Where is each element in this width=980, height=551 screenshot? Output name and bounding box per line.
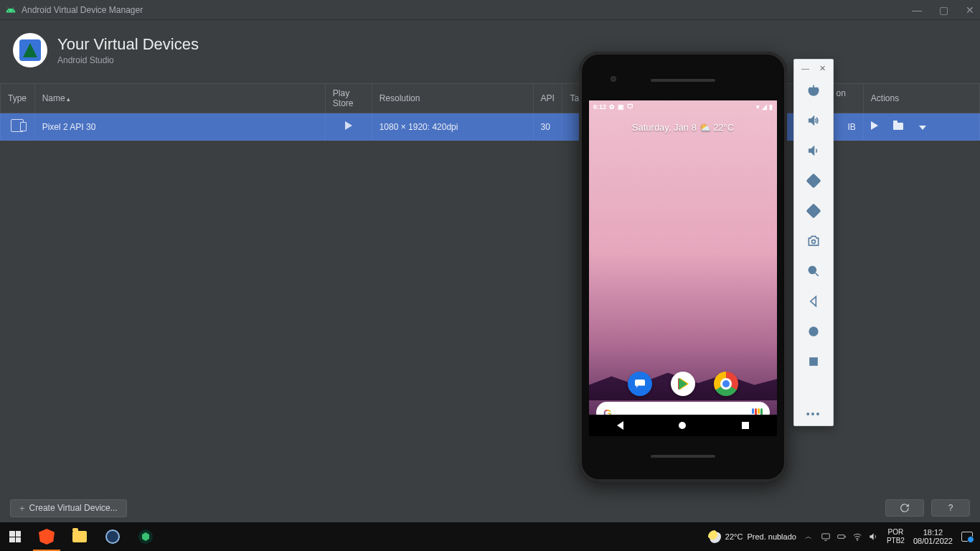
close-button[interactable]: ✕ xyxy=(966,4,974,16)
settings-status-icon: ✿ xyxy=(609,103,615,110)
android-icon xyxy=(6,5,16,15)
create-virtual-device-button[interactable]: + Create Virtual Device... xyxy=(10,499,127,517)
tray-volume-icon[interactable] xyxy=(868,532,878,542)
clock-date: 08/01/2022 xyxy=(913,537,953,545)
android-status-bar[interactable]: 6:12 ✿ ▣ ⛉ ▾ ◢ ▮ xyxy=(589,100,777,113)
zoom-button[interactable] xyxy=(806,264,821,278)
device-icon xyxy=(11,119,24,132)
overview-button[interactable] xyxy=(806,354,821,369)
maximize-button[interactable]: ▢ xyxy=(939,4,948,16)
clock-time: 18:12 xyxy=(923,528,943,537)
open-folder-button[interactable] xyxy=(893,123,903,130)
start-button[interactable] xyxy=(0,522,30,551)
rotate-left-button[interactable] xyxy=(806,174,821,188)
android-studio-logo xyxy=(13,33,47,67)
taskbar-weather[interactable]: 22°C Pred. nublado xyxy=(708,530,796,543)
plus-icon: + xyxy=(19,503,25,514)
shield-status-icon: ⛉ xyxy=(627,103,633,110)
toolbar-minimize-button[interactable]: ― xyxy=(801,64,809,73)
svg-point-2 xyxy=(812,240,816,243)
tray-system-icons[interactable] xyxy=(821,532,878,542)
col-actions[interactable]: Actions xyxy=(863,84,979,113)
screenshot-button[interactable] xyxy=(806,234,821,248)
emulator-device[interactable]: 6:12 ✿ ▣ ⛉ ▾ ◢ ▮ Saturday, Jan 8 ⛅ 22°C … xyxy=(579,52,787,482)
create-virtual-device-label: Create Virtual Device... xyxy=(29,503,118,513)
lang-line2: PTB2 xyxy=(887,537,905,545)
taskbar-brave-icon[interactable] xyxy=(30,522,63,551)
android-nav-bar xyxy=(589,415,777,436)
svg-rect-7 xyxy=(838,535,844,539)
footer-bar: + Create Virtual Device... ? xyxy=(0,494,980,522)
taskbar-file-explorer-icon[interactable] xyxy=(63,522,96,551)
window-title: Android Virtual Device Manager xyxy=(22,5,143,15)
nav-back-button[interactable] xyxy=(617,421,623,430)
tray-monitor-icon[interactable] xyxy=(821,532,831,542)
rotate-right-button[interactable] xyxy=(806,204,821,218)
chrome-app-icon[interactable] xyxy=(714,372,738,396)
device-name: Pixel 2 API 30 xyxy=(34,113,325,141)
svg-point-4 xyxy=(809,327,818,336)
minimize-button[interactable]: ― xyxy=(912,4,922,16)
home-button[interactable] xyxy=(806,324,821,339)
weather-temp: 22°C xyxy=(725,532,743,541)
device-actions xyxy=(863,113,979,141)
play-store-icon xyxy=(345,121,352,130)
page-title: Your Virtual Devices xyxy=(57,35,199,54)
emulator-screen[interactable]: 6:12 ✿ ▣ ⛉ ▾ ◢ ▮ Saturday, Jan 8 ⛅ 22°C … xyxy=(589,100,777,436)
nav-recent-button[interactable] xyxy=(742,422,749,429)
power-button[interactable] xyxy=(806,83,821,98)
svg-point-8 xyxy=(857,540,857,540)
earpiece xyxy=(651,79,715,82)
status-time: 6:12 xyxy=(593,103,606,110)
nav-home-button[interactable] xyxy=(679,422,686,429)
extended-controls-button[interactable]: ••• xyxy=(806,408,821,420)
refresh-icon xyxy=(900,503,910,513)
windows-taskbar[interactable]: 22°C Pred. nublado ︿ POR PTB2 18:12 08/0… xyxy=(0,522,980,551)
tray-battery-icon[interactable] xyxy=(837,532,847,542)
more-actions-button[interactable] xyxy=(919,126,926,130)
svg-rect-5 xyxy=(810,358,817,365)
help-label: ? xyxy=(948,503,953,513)
play-store-app-icon[interactable] xyxy=(671,372,695,396)
tray-chevron-up-icon[interactable]: ︿ xyxy=(805,532,812,542)
battery-icon: ▮ xyxy=(769,103,773,110)
help-button[interactable]: ? xyxy=(931,499,970,517)
col-resolution[interactable]: Resolution xyxy=(372,84,533,113)
col-play-store[interactable]: Play Store xyxy=(325,84,372,113)
col-name[interactable]: Name xyxy=(34,84,325,113)
lang-line1: POR xyxy=(888,528,904,537)
chin-speaker xyxy=(651,455,715,458)
refresh-button[interactable] xyxy=(885,499,924,517)
messages-app-icon[interactable] xyxy=(628,372,652,396)
device-api: 30 xyxy=(533,113,562,141)
language-indicator[interactable]: POR PTB2 xyxy=(887,528,905,545)
wifi-icon: ▾ xyxy=(756,103,760,110)
taskbar-node-icon[interactable] xyxy=(129,522,162,551)
svg-rect-1 xyxy=(807,204,821,218)
volume-up-button[interactable] xyxy=(806,113,821,128)
taskbar-android-studio-icon[interactable] xyxy=(96,522,129,551)
square-status-icon: ▣ xyxy=(618,103,624,110)
front-camera xyxy=(611,76,616,82)
emulator-toolbar[interactable]: ― ✕ ••• xyxy=(793,59,834,426)
system-tray: 22°C Pred. nublado ︿ POR PTB2 18:12 08/0… xyxy=(708,528,980,545)
taskbar-clock[interactable]: 18:12 08/01/2022 xyxy=(913,528,953,545)
signal-icon: ◢ xyxy=(762,103,767,110)
action-center-button[interactable] xyxy=(961,532,973,542)
svg-rect-6 xyxy=(822,534,830,539)
device-resolution: 1080 × 1920: 420dpi xyxy=(372,113,533,141)
back-button[interactable] xyxy=(806,294,821,309)
tray-wifi-icon[interactable] xyxy=(852,532,862,542)
col-type[interactable]: Type xyxy=(1,84,35,113)
title-bar[interactable]: Android Virtual Device Manager ― ▢ ✕ xyxy=(0,0,980,20)
col-api[interactable]: API xyxy=(533,84,562,113)
weather-icon xyxy=(708,530,721,543)
toolbar-close-button[interactable]: ✕ xyxy=(819,64,826,73)
launch-button[interactable] xyxy=(871,121,878,130)
svg-rect-0 xyxy=(807,174,821,188)
home-weather-widget[interactable]: Saturday, Jan 8 ⛅ 22°C xyxy=(589,122,777,133)
page-subtitle: Android Studio xyxy=(57,55,199,65)
home-dock xyxy=(589,372,777,396)
weather-desc: Pred. nublado xyxy=(747,532,796,541)
volume-down-button[interactable] xyxy=(806,143,821,158)
